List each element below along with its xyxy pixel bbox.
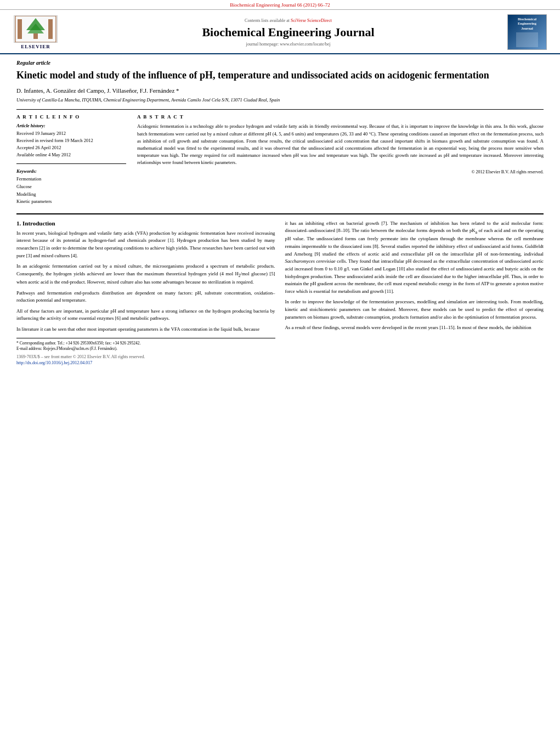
intro-heading: 1. Introduction	[16, 220, 275, 227]
sciverse-link: Contents lists available at SciVerse Sci…	[71, 18, 505, 23]
article-info-label: A R T I C L E I N F O	[16, 114, 126, 120]
body-col-left: 1. Introduction In recent years, biologi…	[16, 220, 275, 366]
journal-reference-bar: Biochemical Engineering Journal 66 (2012…	[0, 0, 560, 10]
keyword-1: Fermentation	[16, 176, 126, 183]
logo-box-image	[516, 32, 538, 47]
article-info-column: A R T I C L E I N F O Article history: R…	[16, 114, 126, 205]
svg-rect-2	[48, 19, 53, 39]
article-authors: D. Infantes, A. González del Campo, J. V…	[16, 87, 544, 94]
accepted-date: Accepted 26 April 2012	[16, 144, 126, 151]
article-content: Regular article Kinetic model and study …	[0, 54, 560, 371]
copyright-text: © 2012 Elsevier B.V. All rights reserved…	[137, 169, 544, 174]
article-title: Kinetic model and study of the influence…	[16, 69, 544, 82]
keywords-section: Keywords: Fermentation Glucose Modelling…	[16, 168, 126, 205]
elsevier-logo: ELSEVIER	[11, 15, 60, 49]
article-meta-section: A R T I C L E I N F O Article history: R…	[16, 114, 544, 205]
doi-link[interactable]: http://dx.doi.org/10.1016/j.bej.2012.04.…	[16, 360, 92, 365]
logo-box-text: BiochemicalEngineeringJournal	[518, 17, 536, 31]
sciverse-link-anchor[interactable]: SciVerse ScienceDirect	[291, 18, 332, 23]
keyword-2: Glucose	[16, 183, 126, 191]
keywords-title: Keywords:	[16, 168, 126, 174]
online-date: Available online 4 May 2012	[16, 151, 126, 159]
doi-line: http://dx.doi.org/10.1016/j.bej.2012.04.…	[16, 360, 275, 366]
abstract-column: A B S T R A C T Acidogenic fermentation …	[137, 114, 544, 205]
intro-para-2: In an acidogenic fermentation carried ou…	[16, 263, 275, 286]
journal-logo-right: BiochemicalEngineeringJournal	[505, 14, 549, 50]
elsevier-logo-image	[14, 15, 58, 43]
abstract-label: A B S T R A C T	[137, 114, 544, 120]
intro-para-5: In literature it can be seen that other …	[16, 326, 275, 333]
svg-rect-5	[33, 33, 38, 39]
intro-para-1: In recent years, biological hydrogen and…	[16, 230, 275, 260]
right-para-1: it has an inhibiting effect on bacterial…	[285, 220, 544, 296]
article-history: Article history: Received 19 January 201…	[16, 123, 126, 158]
right-para-2: In order to improve the knowledge of the…	[285, 298, 544, 321]
corresponding-author: * Corresponding author. Tel.: +34 926 29…	[16, 341, 275, 347]
abstract-text: Acidogenic fermentation is a technology …	[137, 123, 544, 166]
svg-rect-1	[18, 19, 22, 39]
email-text: E-mail address: Rojejes.FMorales@uclm.es…	[16, 346, 117, 351]
right-para-3: As a result of these findings, several m…	[285, 324, 544, 332]
journal-logo-box: BiochemicalEngineeringJournal	[507, 14, 547, 50]
page: Biochemical Engineering Journal 66 (2012…	[0, 0, 560, 741]
journal-center-header: Contents lists available at SciVerse Sci…	[71, 18, 505, 47]
intro-para-4: All of these factors are important, in p…	[16, 308, 275, 323]
keyword-4: Kinetic parameters	[16, 198, 126, 206]
issn-line: 1369-703X/$ – see front matter © 2012 El…	[16, 354, 275, 360]
footnote-section: * Corresponding author. Tel.: +34 926 29…	[16, 338, 275, 366]
divider-keywords	[16, 163, 126, 164]
journal-homepage: journal homepage: www.elsevier.com/locat…	[71, 42, 505, 47]
body-columns: 1. Introduction In recent years, biologi…	[16, 220, 544, 366]
keyword-3: Modelling	[16, 191, 126, 199]
body-col-right: it has an inhibiting effect on bacterial…	[285, 220, 544, 366]
intro-para-3: Pathways and fermentation end-products d…	[16, 290, 275, 304]
revised-date: Received in revised form 19 March 2012	[16, 137, 126, 144]
divider-1	[16, 109, 544, 110]
journal-ref-text: Biochemical Engineering Journal 66 (2012…	[230, 2, 330, 8]
body-section: 1. Introduction In recent years, biologi…	[16, 213, 544, 366]
journal-title: Biochemical Engineering Journal	[71, 25, 505, 39]
article-type: Regular article	[16, 60, 544, 66]
email-footnote: E-mail address: Rojejes.FMorales@uclm.es…	[16, 346, 275, 352]
journal-header: ELSEVIER Contents lists available at Sci…	[0, 10, 560, 54]
authors-text: D. Infantes, A. González del Campo, J. V…	[16, 87, 179, 94]
received-date: Received 19 January 2012	[16, 130, 126, 137]
elsevier-text: ELSEVIER	[21, 44, 50, 49]
article-affiliation: University of Castilla-La Mancha, ITQUIM…	[16, 97, 544, 103]
homepage-text: journal homepage: www.elsevier.com/locat…	[246, 42, 330, 47]
history-title: Article history:	[16, 123, 126, 128]
